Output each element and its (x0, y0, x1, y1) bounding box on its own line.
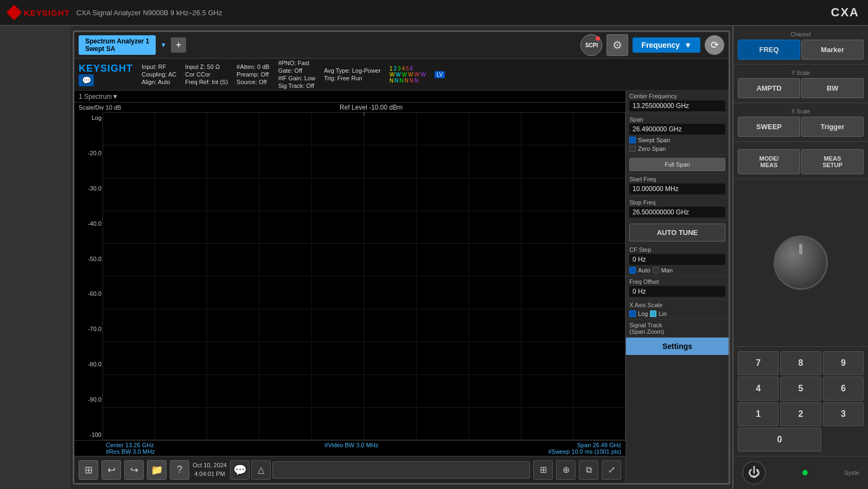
y-scale-label: Y Scale (738, 69, 864, 77)
bottom-labels: Center 13.26 GHz #Res BW 3.0 MHz #Video … (74, 440, 626, 456)
main-knob[interactable] (774, 236, 828, 290)
center-label: Center 13.26 GHz (106, 442, 155, 448)
add-tab-button[interactable]: + (171, 37, 186, 53)
center-freq-item: Center Frequency 13.255000000 GHz (626, 91, 729, 114)
marker-hw-button[interactable]: Marker (801, 40, 864, 60)
windows-button[interactable]: ⊞ (79, 460, 98, 480)
status-col-4: #PNO: Fast Gate: Off #IF Gain: Low Sig T… (278, 60, 315, 89)
span-item: Span 26.4900000 GHz Swept Span Zero Span (626, 114, 729, 155)
zero-span-option[interactable]: Zero Span (629, 145, 666, 152)
num-4[interactable]: 4 (738, 377, 778, 401)
settings-blue-panel: Settings (626, 338, 729, 355)
swept-span-option[interactable]: Swept Span (629, 137, 670, 143)
annotation-area: 💬 △ (230, 460, 530, 480)
spectrum-grid (103, 112, 626, 440)
signal-track-item: Signal Track (Span Zoom) (626, 320, 729, 338)
full-span-item[interactable]: Full Span (626, 155, 729, 174)
scpi-indicator (596, 36, 600, 41)
spin-button[interactable]: ⟳ (705, 35, 724, 55)
logo-diamond-icon (7, 5, 22, 20)
keysight-logo: KEYSIGHT (9, 7, 70, 18)
settings-gear-button[interactable]: ⚙ (607, 34, 628, 56)
res-bw-label: #Res BW 3.0 MHz (106, 448, 155, 455)
status-bar: KEYSIGHT 💬 Input: RF Coupling: AC Align:… (74, 59, 729, 91)
cf-step-item: CF Step 0 Hz Auto Man (626, 244, 729, 276)
tab-arrow-icon[interactable]: ▼ (160, 41, 167, 49)
top-bar: KEYSIGHT CXA Signal Analyzer N9000B 9 kH… (0, 0, 868, 26)
num-6[interactable]: 6 (823, 377, 864, 401)
num-8[interactable]: 8 (780, 351, 821, 375)
num-5[interactable]: 5 (780, 377, 821, 401)
text-input-box[interactable] (272, 461, 530, 479)
lin-option[interactable]: Lin (650, 310, 667, 317)
status-col-5: Avg Type: Log-Power Trig: Free Run (324, 67, 381, 81)
mode-meas-button[interactable]: MODE/ MEAS (738, 149, 800, 174)
num-2[interactable]: 2 (780, 402, 821, 426)
scpi-button[interactable]: SCPI (580, 34, 602, 56)
y-scale-group: Y Scale AMPTD BW (733, 65, 868, 103)
redo-button[interactable]: ↪ (124, 460, 144, 480)
fullscreen-button[interactable]: ⤢ (602, 460, 621, 480)
trigger-hw-button[interactable]: Trigger (801, 117, 864, 137)
full-span-button[interactable]: Full Span (629, 158, 725, 171)
spectrum-label[interactable]: 1 Spectrum (79, 93, 112, 100)
frequency-panel: Center Frequency 13.255000000 GHz Span 2… (626, 91, 729, 483)
frequency-button[interactable]: Frequency ▼ (633, 37, 700, 53)
split-view-button[interactable]: ⧉ (579, 460, 598, 480)
auto-tune-button[interactable]: AUTO TUNE (629, 224, 725, 242)
active-tab[interactable]: Spectrum Analyzer 1 Swept SA (79, 35, 156, 55)
man-option[interactable]: Man (653, 267, 673, 274)
folder-button[interactable]: 📁 (147, 460, 167, 480)
logo-text: KEYSIGHT (24, 8, 70, 17)
keysight-badge: KEYSIGHT 💬 (79, 63, 133, 86)
grid-svg (103, 112, 626, 440)
num-1[interactable]: 1 (738, 402, 778, 426)
log-option[interactable]: Log (629, 310, 648, 317)
status-col-1: Input: RF Coupling: AC Align: Auto (142, 63, 176, 85)
grid-view-button[interactable]: ⊞ (533, 460, 553, 480)
bw-button[interactable]: BW (801, 78, 864, 98)
main-area: Spectrum Analyzer 1 Swept SA ▼ + SCPI ⚙ … (0, 26, 868, 489)
start-freq-item: Start Freq 10.000000 MHz (626, 174, 729, 197)
power-led (802, 470, 808, 475)
chat-icon: 💬 (79, 74, 94, 86)
power-row: ⏻ Syste (733, 456, 868, 489)
cursor-button[interactable]: ⊕ (556, 460, 576, 480)
hw-panel: Channel FREQ Marker Y Scale AMPTD BW X S… (732, 26, 868, 489)
numpad: 7 8 9 4 5 6 1 2 3 0 (733, 346, 868, 456)
sweep-hw-button[interactable]: SWEEP (738, 117, 800, 137)
freq-offset-item: Freq Offset 0 Hz (626, 276, 729, 300)
status-col-2: Input Z: 50 Ω Cor CCor Freq Ref: Int (S) (185, 63, 228, 85)
power-button[interactable]: ⏻ (742, 461, 766, 485)
undo-button[interactable]: ↩ (101, 460, 121, 480)
triangle-icon[interactable]: △ (251, 460, 271, 480)
freq-hw-button[interactable]: FREQ (738, 40, 800, 60)
stop-freq-item: Stop Freq 26.500000000 GHz (626, 197, 729, 220)
x-axis-scale-item: X Axis Scale Log Lin (626, 300, 729, 320)
help-button[interactable]: ? (170, 460, 189, 480)
mode-label-spacer (738, 146, 864, 148)
left-panel (0, 26, 71, 489)
system-label: Syste (844, 469, 859, 476)
bubble-icon[interactable]: 💬 (230, 460, 250, 480)
y-axis: Log -20.0 -30.0 -40.0 -50.0 -60.0 -70.0 … (74, 112, 103, 440)
num-7[interactable]: 7 (738, 351, 778, 375)
auto-option[interactable]: Auto (629, 267, 650, 274)
trace-numbers: 123456 WWWWWW NNNNNN (390, 66, 426, 84)
mode-group: MODE/ MEAS MEAS SETUP (733, 142, 868, 179)
power-icon: ⏻ (748, 466, 760, 480)
channel-group: Channel FREQ Marker (733, 26, 868, 65)
num-0[interactable]: 0 (738, 428, 821, 452)
auto-tune-item[interactable]: AUTO TUNE (626, 220, 729, 244)
meas-setup-button[interactable]: MEAS SETUP (801, 149, 864, 174)
span-label: Span 26.49 GHz (577, 442, 621, 448)
amptd-button[interactable]: AMPTD (738, 78, 800, 98)
num-3[interactable]: 3 (823, 402, 864, 426)
channel-label: Channel (738, 30, 864, 39)
knob-area (733, 179, 868, 346)
x-scale-label: X Scale (738, 107, 864, 116)
num-9[interactable]: 9 (823, 351, 864, 375)
screen-tabs: Spectrum Analyzer 1 Swept SA ▼ + SCPI ⚙ … (74, 32, 729, 59)
freq-dropdown-icon: ▼ (684, 41, 692, 49)
ref-level-label: Ref Level -10.00 dBm (340, 104, 403, 111)
